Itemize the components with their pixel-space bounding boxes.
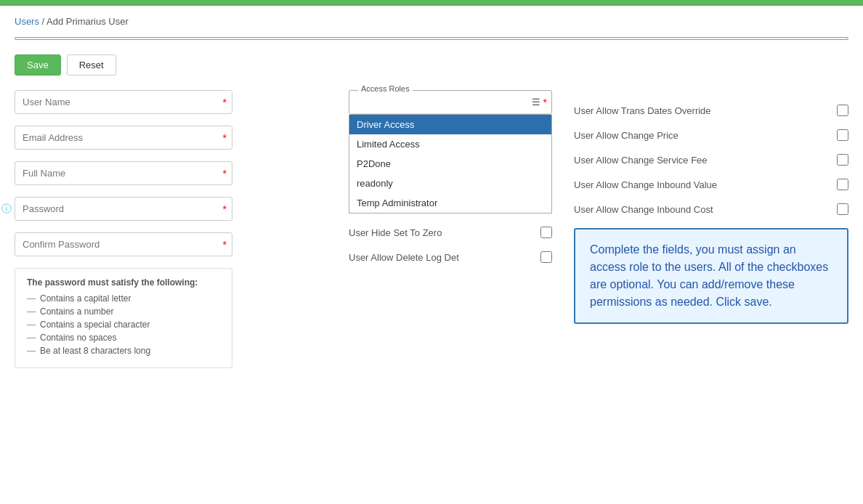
password-info-icon: ⓘ — [1, 203, 12, 216]
fullname-required: * — [223, 168, 227, 179]
dropdown-item-limited[interactable]: Limited Access — [349, 134, 551, 154]
username-input[interactable] — [15, 90, 232, 114]
access-roles-legend: Access Roles — [358, 84, 413, 93]
middle-checkboxes: User Hide Set To Zero User Allow Delete … — [349, 227, 552, 263]
dropdown-item-readonly[interactable]: readonly — [349, 174, 551, 193]
right-checkbox-row-trans_dates: User Allow Trans Dates Override — [574, 105, 848, 116]
password-required: * — [223, 203, 227, 215]
checkbox-row-hide_zero: User Hide Set To Zero — [349, 227, 552, 238]
access-roles-required: * — [543, 97, 547, 108]
breadcrumb-parent[interactable]: Users — [15, 16, 39, 27]
dropdown-item-temp_admin[interactable]: Temp Administrator — [349, 193, 551, 213]
access-roles-input-row: ☰ * — [349, 91, 551, 114]
right-checkbox-change_service_fee[interactable] — [837, 154, 848, 166]
email-input[interactable] — [15, 126, 232, 150]
password-rule-item: Contains a capital letter — [27, 293, 220, 304]
confirm-password-group: * — [15, 232, 232, 256]
main-content: Save Reset * * * ⓘ * — [0, 47, 863, 375]
username-required: * — [223, 97, 227, 108]
checkbox-delete_log[interactable] — [540, 251, 552, 263]
right-checkbox-trans_dates[interactable] — [837, 105, 848, 116]
password-rule-item: Contains a number — [27, 306, 220, 317]
password-rules-title: The password must satisfy the following: — [27, 277, 220, 288]
right-checkbox-label-change_service_fee: User Allow Change Service Fee — [574, 155, 837, 166]
password-rule-item: Be at least 8 characters long — [27, 346, 220, 356]
access-roles-fieldset: Access Roles ☰ * — [349, 90, 552, 115]
left-column: * * * ⓘ * * The password must satisfy th… — [15, 90, 232, 368]
top-bar — [0, 0, 863, 6]
right-column: User Allow Trans Dates Override User All… — [574, 90, 848, 324]
confirm-password-input[interactable] — [15, 232, 232, 256]
access-roles-dropdown: Driver AccessLimited AccessP2Donereadonl… — [349, 115, 552, 214]
section-border — [15, 37, 848, 40]
checkbox-hide_zero[interactable] — [540, 227, 552, 238]
confirm-password-required: * — [223, 239, 227, 251]
list-icon[interactable]: ☰ — [532, 97, 540, 107]
save-button[interactable]: Save — [15, 54, 61, 76]
right-checkbox-change_inbound_cost[interactable] — [837, 203, 848, 215]
right-checkbox-label-trans_dates: User Allow Trans Dates Override — [574, 105, 837, 116]
reset-button[interactable]: Reset — [67, 54, 116, 76]
breadcrumb-current: Add Primarius User — [46, 16, 129, 27]
access-roles-search[interactable] — [354, 97, 529, 110]
password-input[interactable] — [15, 197, 232, 221]
right-checkbox-row-change_inbound_value: User Allow Change Inbound Value — [574, 179, 848, 190]
middle-column: Access Roles ☰ * Driver AccessLimited Ac… — [349, 90, 552, 276]
password-rules-list: Contains a capital letterContains a numb… — [27, 293, 220, 356]
right-checkbox-label-change_inbound_cost: User Allow Change Inbound Cost — [574, 204, 837, 215]
checkbox-row-delete_log: User Allow Delete Log Det — [349, 251, 552, 263]
right-checkbox-row-change_inbound_cost: User Allow Change Inbound Cost — [574, 203, 848, 215]
fullname-input[interactable] — [15, 161, 232, 185]
dropdown-item-p2done[interactable]: P2Done — [349, 154, 551, 174]
username-group: * — [15, 90, 232, 114]
info-message: Complete the fields, you must assign an … — [574, 228, 848, 324]
dropdown-item-driver[interactable]: Driver Access — [349, 115, 551, 134]
right-checkbox-label-change_inbound_value: User Allow Change Inbound Value — [574, 179, 837, 190]
password-group: ⓘ * — [15, 197, 232, 221]
password-rule-item: Contains no spaces — [27, 333, 220, 343]
toolbar: Save Reset — [15, 54, 848, 76]
fullname-group: * — [15, 161, 232, 185]
right-checkbox-label-change_price: User Allow Change Price — [574, 130, 837, 141]
right-checkbox-row-change_service_fee: User Allow Change Service Fee — [574, 154, 848, 166]
checkbox-label-delete_log: User Allow Delete Log Det — [349, 252, 540, 263]
password-rule-item: Contains a special character — [27, 320, 220, 330]
password-rules-box: The password must satisfy the following:… — [15, 268, 232, 368]
breadcrumb: Users / Add Primarius User — [0, 6, 863, 37]
right-checkbox-row-change_price: User Allow Change Price — [574, 129, 848, 141]
right-checkbox-change_price[interactable] — [837, 129, 848, 141]
email-required: * — [223, 132, 227, 144]
email-group: * — [15, 126, 232, 150]
right-checkboxes: User Allow Trans Dates Override User All… — [574, 105, 848, 215]
checkbox-label-hide_zero: User Hide Set To Zero — [349, 227, 540, 238]
access-roles-container: Access Roles ☰ * Driver AccessLimited Ac… — [349, 90, 552, 214]
right-checkbox-change_inbound_value[interactable] — [837, 179, 848, 190]
form-layout: * * * ⓘ * * The password must satisfy th… — [15, 90, 848, 368]
